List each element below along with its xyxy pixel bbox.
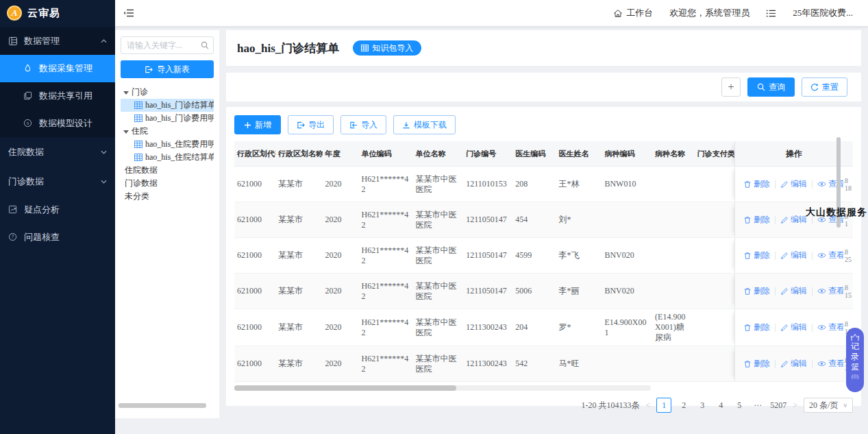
delete-button[interactable]: 删除 xyxy=(743,214,770,226)
edit-button[interactable]: 编辑 xyxy=(780,250,807,261)
import-new-table-button[interactable]: 导入新表 xyxy=(121,60,214,78)
tree-node-outpatient-settlement[interactable]: hao_his_门诊结算单 xyxy=(121,99,214,112)
sidebar-item-issue-check[interactable]: ? 问题核查 xyxy=(0,224,115,251)
page-button-2[interactable]: 2 xyxy=(678,398,690,413)
sidebar-item-outpatient-data[interactable]: 门诊数据 xyxy=(0,167,115,196)
brand: A 云审易 xyxy=(0,0,115,26)
droplet-icon xyxy=(23,64,33,73)
table-cell: 李*飞 xyxy=(556,238,602,273)
table-cell: 1211050147 xyxy=(463,202,512,237)
tree-node-outpatient-data[interactable]: 门诊数据 xyxy=(121,177,214,190)
page-button-last[interactable]: 5207 xyxy=(770,398,786,413)
tree-node-inpatient-data[interactable]: 住院数据 xyxy=(121,164,214,177)
column-header-actions: 操作 xyxy=(734,141,853,167)
table-cell: 2020 xyxy=(323,202,359,237)
knowledge-package-import-button[interactable]: 知识包导入 xyxy=(353,40,421,56)
view-button[interactable]: 查看 xyxy=(817,358,845,370)
divider xyxy=(775,360,776,368)
tree-node-inpatient-fee-detail[interactable]: hao_his_住院费用明细 xyxy=(121,138,214,151)
table-cell: 621000 xyxy=(234,309,275,346)
tree-node-inpatient-settlement[interactable]: hao_his_住院结算单 xyxy=(121,151,214,164)
list-icon[interactable] xyxy=(766,9,776,18)
tree-node-unclassified[interactable]: 未分类 xyxy=(121,190,214,203)
tree-node-outpatient-fee-detail[interactable]: hao_his_门诊费用明细 xyxy=(121,112,214,125)
page-button-3[interactable]: 3 xyxy=(696,398,708,413)
horizontal-scrollbar[interactable] xyxy=(234,385,456,391)
page-button-4[interactable]: 4 xyxy=(715,398,727,413)
delete-button[interactable]: 删除 xyxy=(743,322,770,333)
view-button[interactable]: 查看 xyxy=(817,285,845,297)
sidebar-item-label: 疑点分析 xyxy=(24,204,60,216)
sidebar-item-doubt-analysis[interactable]: 疑点分析 xyxy=(0,196,115,224)
sidebar-item-data-sharing[interactable]: 数据共享引用 xyxy=(0,82,115,110)
reset-icon xyxy=(810,83,819,91)
project-name[interactable]: 25年医院收费... xyxy=(793,7,853,19)
caret-down-icon xyxy=(123,130,129,134)
sidebar-item-label: 数据管理 xyxy=(24,35,60,47)
workbench-link[interactable]: 工作台 xyxy=(613,7,653,19)
tree-group-inpatient[interactable]: 住院 xyxy=(121,125,214,138)
template-download-button[interactable]: 模板下载 xyxy=(393,115,456,134)
chevron-up-icon xyxy=(101,39,107,43)
view-button[interactable]: 查看 xyxy=(817,178,845,190)
column-header: 单位编码 xyxy=(359,141,413,167)
import-button[interactable]: 导入 xyxy=(340,115,386,134)
sidebar: A 云审易 数据管理 数据采集管理 数据共享引用 S 数据模型设计 住院数 xyxy=(0,0,115,434)
menu-fold-icon[interactable] xyxy=(123,8,134,19)
page-button-1[interactable]: 1 xyxy=(656,398,671,413)
delete-button[interactable]: 删除 xyxy=(743,358,770,370)
title-card: hao_his_门诊结算单 知识包导入 xyxy=(226,30,861,66)
table-cell: 某某市 xyxy=(275,238,323,273)
sidebar-item-data-collection[interactable]: 数据采集管理 xyxy=(0,55,115,82)
page-button-5[interactable]: 5 xyxy=(733,398,745,413)
sidebar-item-inpatient-data[interactable]: 住院数据 xyxy=(0,137,115,167)
export-button[interactable]: 导出 xyxy=(288,115,334,134)
plus-icon xyxy=(244,121,251,129)
tree-horizontal-scrollbar[interactable] xyxy=(119,403,206,408)
svg-text:S: S xyxy=(27,121,29,125)
row-actions: 删除编辑查看825 xyxy=(734,238,853,273)
sidebar-item-data-model[interactable]: S 数据模型设计 xyxy=(0,110,115,137)
delete-button[interactable]: 删除 xyxy=(743,285,770,297)
add-record-button[interactable]: 新增 xyxy=(234,115,281,134)
delete-button[interactable]: 删除 xyxy=(743,250,770,261)
sidebar-item-data-management[interactable]: 数据管理 xyxy=(0,27,115,55)
table-cell xyxy=(652,346,695,381)
tree-group-outpatient[interactable]: 门诊 xyxy=(121,86,214,99)
edit-button[interactable]: 编辑 xyxy=(780,285,807,297)
table-cell: BNW010 xyxy=(602,167,652,202)
search-input[interactable] xyxy=(121,36,214,54)
table-cell xyxy=(695,309,734,346)
delete-button[interactable]: 删除 xyxy=(743,178,770,190)
table-cell: 2020 xyxy=(323,167,359,202)
query-button[interactable]: 查询 xyxy=(747,77,795,97)
edit-button[interactable]: 编辑 xyxy=(780,214,807,226)
pagination: 1-20 共104133条 < 1 2 3 4 5 ··· 5207 > 20 … xyxy=(234,398,853,413)
next-page-button[interactable]: > xyxy=(793,400,797,411)
import-icon xyxy=(145,66,153,73)
basket-icon xyxy=(850,333,860,341)
column-header: 单位名称 xyxy=(412,141,463,167)
welcome-text: 欢迎您，系统管理员 xyxy=(669,7,749,19)
table-cell: 621000 xyxy=(234,274,275,309)
table-cell: 刘* xyxy=(556,202,602,237)
edit-button[interactable]: 编辑 xyxy=(780,322,807,333)
table-header-row: 行政区划代码行政区划名称年度单位编码单位名称门诊编号医生编码医生姓名病种编码病种… xyxy=(234,141,853,167)
divider xyxy=(812,360,813,368)
column-header: 行政区划代码 xyxy=(234,141,275,167)
view-button[interactable]: 查看 xyxy=(817,322,845,333)
table-row: 621000某某市2020H621******42某某市中医医院12110501… xyxy=(234,274,853,309)
view-button[interactable]: 查看 xyxy=(817,250,845,261)
record-basket-button[interactable]: 记 录 篮 (0) xyxy=(846,328,864,392)
reset-button[interactable]: 重置 xyxy=(802,77,847,97)
tree-search xyxy=(121,36,214,54)
page-ellipsis[interactable]: ··· xyxy=(752,398,764,413)
prev-page-button[interactable]: < xyxy=(646,400,651,411)
edit-button[interactable]: 编辑 xyxy=(780,178,807,190)
sidebar-item-label: 住院数据 xyxy=(8,146,44,158)
page-size-select[interactable]: 20 条/页 ∨ xyxy=(804,398,853,413)
edit-button[interactable]: 编辑 xyxy=(780,358,807,370)
chart-icon xyxy=(8,205,18,215)
table-cell: BNV020 xyxy=(602,238,652,273)
add-condition-button[interactable]: + xyxy=(721,77,741,97)
